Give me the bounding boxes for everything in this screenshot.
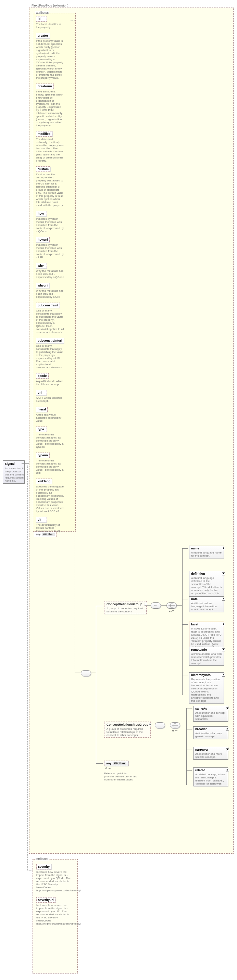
attribute-item: whyWhy the metadata has been included - … xyxy=(36,263,65,278)
group-concept-relationships: ConceptRelationshipsGroup − A group of p… xyxy=(104,722,151,738)
element-desc: An identifier of a more specific concept… xyxy=(195,752,226,759)
attribute-name: modified xyxy=(36,131,52,137)
element-label: facet xyxy=(191,623,198,626)
attribute-item: typeuriThe type of the concept assigned … xyxy=(36,452,65,474)
attribute-name: type xyxy=(36,426,47,432)
sequence-a: ··· xyxy=(151,603,161,609)
attribute-name: creator xyxy=(36,33,50,38)
attribute-item: creatorIf the property value is not defi… xyxy=(36,33,65,80)
expand-icon: + xyxy=(226,748,229,751)
element-desc: A natural language name for the concept. xyxy=(191,551,222,557)
element-label: remoteInfo xyxy=(191,648,207,651)
diagram-canvas: { "root": { "name": "signal", "desc": "A… xyxy=(0,0,237,980)
root-element: signal An instruction to the processor t… xyxy=(3,460,25,484)
attribute-name: howuri xyxy=(36,237,50,242)
sequence-b: ··· xyxy=(155,722,165,729)
element-desc: A link to an item or a web resource whic… xyxy=(191,652,222,665)
lower-attributes-legend: attributes xyxy=(35,857,49,861)
choice-a xyxy=(167,603,177,609)
any-tag: ##other xyxy=(42,533,55,536)
extension-title: Flex1PropType (extension) xyxy=(31,4,69,7)
attribute-item: pubconstrainturiOne or many constraints … xyxy=(36,338,65,369)
attribute-desc: Why the metadata has been included - exp… xyxy=(36,269,64,278)
attribute-desc: The type of the concept assigned as cont… xyxy=(36,459,64,474)
any-label: any xyxy=(36,533,41,536)
element-broader: broader+An identifier of a more generic … xyxy=(193,726,228,739)
attribute-item: creatoruriIf the attribute is empty, spe… xyxy=(36,84,65,127)
element-label: related xyxy=(195,768,205,772)
any2-label: any xyxy=(106,762,111,765)
attribute-item: whyuriWhy the metadata has been included… xyxy=(36,283,65,299)
expand-icon: + xyxy=(222,674,225,677)
element-note: note+Additional natural language informa… xyxy=(189,596,224,612)
attribute-item: dirThe directionality of textual content… xyxy=(36,517,65,533)
attribute-item: modifiedThe date (and, optionally, the t… xyxy=(36,131,65,162)
attribute-item: severityIndicates how severe the impact … xyxy=(36,863,72,892)
expand-icon: + xyxy=(222,547,225,550)
element-desc: A related concept, where the relationshi… xyxy=(195,773,226,785)
attribute-name: uri xyxy=(36,390,47,395)
attribute-desc: If the property value is not defined, sp… xyxy=(36,39,64,80)
expand-icon: + xyxy=(222,598,225,601)
element-label: definition xyxy=(191,572,205,575)
choice-a-cardinality: 0..∞ xyxy=(169,609,174,612)
attribute-item: howuriIndicates by which means the value… xyxy=(36,237,65,259)
any-other-attrs: any ##other xyxy=(34,531,57,537)
attribute-name: custom xyxy=(36,166,50,172)
group-concept-definition: ConceptDefinitionGroup − A group of prop… xyxy=(104,601,146,614)
attribute-desc: Why the metadata has been included - exp… xyxy=(36,289,64,299)
expand-icon: + xyxy=(226,769,229,772)
element-desc: Additional natural language information … xyxy=(191,602,222,611)
element-remoteInfo: remoteInfo+A link to an item or a web re… xyxy=(189,647,224,666)
attribute-item: severityuriIndicates how severe the impa… xyxy=(36,896,72,925)
element-name: name+A natural language name for the con… xyxy=(189,546,224,558)
attribute-name: how xyxy=(36,211,47,216)
attribute-name: pubconstrainturi xyxy=(36,338,64,343)
attribute-desc: Indicates how severe the impact from the… xyxy=(36,904,70,925)
attribute-desc: One or many constraints that apply to pu… xyxy=(36,309,64,334)
element-label: broader xyxy=(195,727,207,731)
attribute-name: severity xyxy=(36,864,51,869)
attribute-item: idThe local identifier of the property. xyxy=(36,16,65,29)
attribute-name: id xyxy=(36,16,47,22)
attribute-item: pubconstraintOne or many constraints tha… xyxy=(36,302,65,334)
expand-icon: + xyxy=(222,648,225,651)
attribute-name: why xyxy=(36,263,47,268)
root-desc: An instruction to the processor that the… xyxy=(5,467,26,482)
attribute-item: xml:langSpecifies the language of this p… xyxy=(36,479,65,513)
element-hierarchyInfo: hierarchyInfo+Represents the position of… xyxy=(189,672,224,703)
any2-desc: Extension point for provider-defined pro… xyxy=(104,772,138,781)
attribute-name: literal xyxy=(36,407,48,412)
group-a-label: ConceptDefinitionGroup xyxy=(107,603,143,606)
element-label: sameAs xyxy=(195,707,207,710)
sequence-main: ··· xyxy=(81,670,91,676)
attributes-legend: attributes xyxy=(35,11,49,14)
expand-icon: + xyxy=(222,623,225,626)
attribute-name: whyuri xyxy=(36,283,49,288)
attribute-desc: The type of the concept assigned as cont… xyxy=(36,433,64,449)
attribute-item: uriA URI which identifies a concept. xyxy=(36,390,65,402)
attribute-item: customIf set to true the corresponding p… xyxy=(36,166,65,207)
attribute-desc: The date (and, optionally, the time) whe… xyxy=(36,138,64,162)
expand-icon: + xyxy=(222,572,225,575)
attribute-desc: A qualified code which identifies a conc… xyxy=(36,380,64,386)
element-desc: Represents the position of a concept in … xyxy=(191,678,222,702)
attribute-item: literalA free-text value assigned as pro… xyxy=(36,407,65,422)
any-other-element: any ##other xyxy=(104,760,129,766)
choice-b-cardinality: 0..∞ xyxy=(172,729,177,732)
attribute-name: dir xyxy=(36,517,47,522)
lower-attributes-panel: attributes severityIndicates how severe … xyxy=(33,859,78,974)
attribute-item: typeThe type of the concept assigned as … xyxy=(36,426,65,449)
any2-cardinality: 0..∞ xyxy=(105,767,111,770)
choice-b xyxy=(170,722,180,729)
element-desc: An identifier of a concept with equivale… xyxy=(195,711,226,721)
attribute-desc: Indicates by which means the value was e… xyxy=(36,243,64,259)
group-b-desc: A group of properties required to indica… xyxy=(107,727,144,737)
expand-icon: − xyxy=(149,723,151,726)
any2-tag: ##other xyxy=(113,762,126,765)
element-sameAs: sameAs+An identifier of a concept with e… xyxy=(193,706,228,722)
attribute-desc: If the attribute is empty, specifies whi… xyxy=(36,90,64,127)
attribute-desc: Specifies the language of this property … xyxy=(36,485,64,513)
element-label: narrower xyxy=(195,748,208,751)
attribute-desc: If set to true the corresponding propert… xyxy=(36,173,64,207)
